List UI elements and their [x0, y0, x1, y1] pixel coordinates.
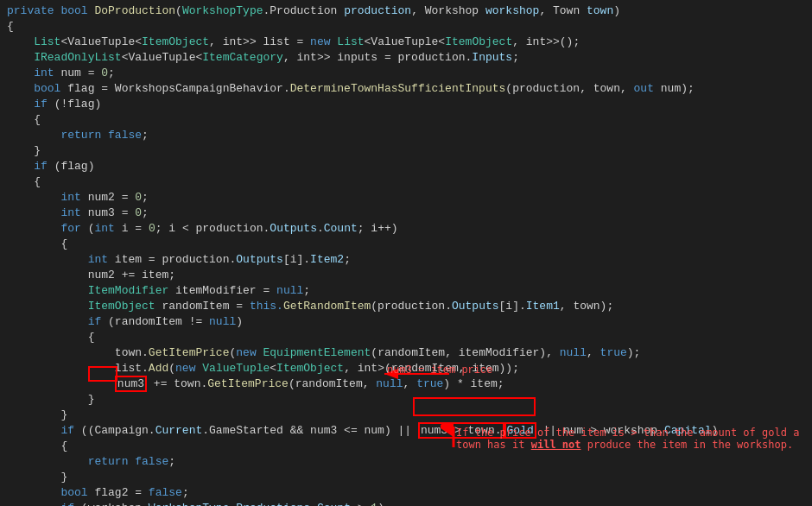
token: bool: [34, 82, 67, 95]
token: if: [34, 160, 54, 173]
token: Item1: [526, 300, 560, 313]
token: int: [34, 66, 60, 79]
code-line-9: return false;: [0, 128, 812, 143]
line-content-20: ItemObject randomItem = this.GetRandomIt…: [7, 299, 613, 314]
line-content-9: return false;: [7, 128, 149, 143]
token: <ValueTuple<: [60, 35, 142, 48]
token: ;: [303, 284, 310, 297]
token: null: [276, 284, 303, 297]
line-content-5: int num = 0;: [7, 66, 115, 81]
token: bool: [60, 4, 94, 17]
token: (: [168, 362, 175, 375]
token: += town.: [147, 377, 207, 390]
line-content-27: }: [7, 408, 67, 423]
line-content-17: int item = production.Outputs[i].Item2;: [7, 252, 351, 268]
token: out: [634, 82, 661, 95]
line-content-15: for (int i = 0; i < production.Outputs.C…: [7, 221, 398, 237]
line-content-2: {: [7, 19, 14, 35]
token: {: [7, 20, 14, 33]
token: ): [613, 4, 620, 17]
code-line-15: for (int i = 0; i < production.Outputs.C…: [0, 221, 812, 237]
token: WorkshopType: [182, 4, 263, 17]
line-content-29: {: [7, 439, 67, 454]
token: <ValueTuple<: [122, 51, 203, 64]
code-lines: private bool DoProduction(WorkshopType.P…: [0, 3, 812, 506]
token: (!flag): [54, 98, 102, 111]
token: int: [88, 253, 115, 266]
line-content-25: num3 += town.GetItemPrice(randomItem, nu…: [7, 376, 504, 392]
code-line-19: ItemModifier itemModifier = null;: [0, 283, 812, 299]
token: ; i++): [358, 222, 398, 235]
code-line-22: {: [0, 330, 812, 345]
code-line-21: if (randomItem != null): [0, 314, 812, 330]
token: num2 += item;: [88, 269, 175, 281]
token: false: [135, 455, 168, 468]
token: ItemObject: [445, 35, 512, 48]
token: town: [587, 4, 613, 17]
token: {: [88, 331, 95, 344]
token: List: [34, 35, 60, 48]
token: 0: [135, 206, 142, 219]
token: ): [712, 424, 719, 437]
token: Current: [155, 424, 203, 437]
token: (randomItem !=: [108, 315, 209, 328]
token: bool: [60, 486, 94, 499]
code-line-29: {: [0, 439, 812, 454]
token: true: [416, 377, 443, 390]
token: null: [209, 315, 236, 328]
token: Outputs: [236, 253, 283, 266]
code-line-2: {: [0, 19, 812, 35]
code-line-31: }: [0, 470, 812, 485]
line-content-10: }: [7, 143, 41, 159]
token: ;: [142, 206, 149, 219]
line-content-7: if (!flag): [7, 97, 101, 112]
token: [i].: [499, 300, 526, 313]
line-content-32: bool flag2 = false;: [7, 485, 189, 501]
token: true: [600, 346, 627, 359]
token: ;: [108, 66, 115, 79]
token: null: [560, 346, 587, 359]
line-content-30: return false;: [7, 454, 175, 470]
token: if: [60, 502, 80, 506]
line-content-23: town.GetItemPrice(new EquipmentElement(r…: [7, 345, 640, 361]
token: int: [94, 222, 121, 235]
token: num3: [115, 376, 147, 392]
token: {: [60, 237, 67, 250]
token: if: [34, 98, 54, 111]
line-content-22: {: [7, 330, 94, 345]
token: int: [60, 206, 87, 219]
token: 0: [149, 222, 155, 235]
token: new: [236, 346, 263, 359]
token: num);: [661, 82, 695, 95]
token: , town);: [560, 300, 613, 313]
token: GetItemPrice: [149, 346, 230, 359]
token: Item2: [310, 253, 344, 266]
code-line-13: int num2 = 0;: [0, 190, 812, 206]
token: {: [34, 113, 41, 126]
token: item = production.: [115, 253, 236, 266]
line-content-26: }: [7, 392, 94, 408]
token: return: [88, 455, 136, 468]
token: DoProduction: [94, 4, 175, 17]
token: List: [337, 35, 364, 48]
token: num =: [60, 66, 101, 79]
token: new: [175, 362, 202, 375]
token: itemModifier =: [175, 284, 276, 297]
token: >: [351, 502, 371, 506]
token: list.: [115, 362, 149, 375]
code-line-6: bool flag = WorkshopsCampaignBehavior.De…: [0, 81, 812, 97]
token: if: [60, 424, 80, 437]
line-content-14: int num3 = 0;: [7, 206, 149, 221]
token: ;: [512, 51, 519, 64]
token: ItemObject: [88, 300, 162, 313]
token: ): [236, 315, 243, 328]
token: Count: [317, 502, 351, 506]
token: ItemModifier: [88, 284, 175, 297]
token: int: [60, 191, 87, 204]
token: WorkshopType: [149, 502, 230, 506]
token: false: [108, 129, 142, 142]
token: 0: [101, 66, 108, 79]
code-line-14: int num3 = 0;: [0, 206, 812, 221]
code-line-27: }: [0, 408, 812, 423]
token: , int>> inputs = production.: [283, 51, 472, 64]
